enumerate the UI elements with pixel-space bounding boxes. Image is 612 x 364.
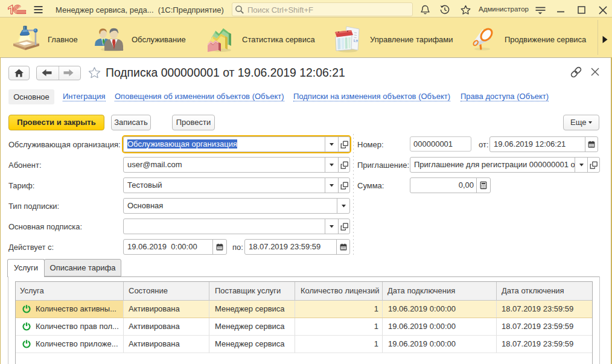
svg-text:5,9: 5,9 [353,39,358,42]
